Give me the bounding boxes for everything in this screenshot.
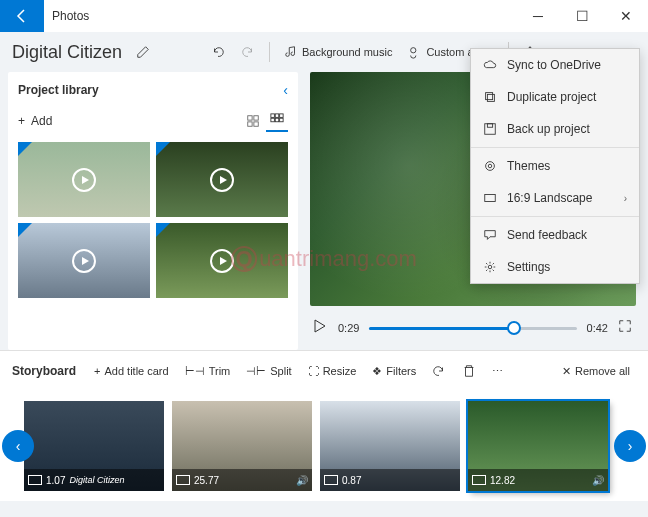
library-title: Project library xyxy=(18,83,99,97)
undo-button[interactable] xyxy=(205,41,231,63)
menu-duplicate[interactable]: Duplicate project xyxy=(471,81,639,113)
fullscreen-button[interactable] xyxy=(618,319,632,337)
filters-button[interactable]: ❖Filters xyxy=(366,361,422,382)
menu-separator xyxy=(471,147,639,148)
chevron-right-icon: › xyxy=(624,193,627,204)
storyboard-clip[interactable]: 0.87 xyxy=(320,401,460,491)
menu-aspect-ratio[interactable]: 16:9 Landscape› xyxy=(471,182,639,214)
library-item[interactable] xyxy=(18,142,150,217)
play-button[interactable] xyxy=(314,319,328,337)
menu-separator xyxy=(471,216,639,217)
svg-rect-8 xyxy=(271,118,275,122)
svg-rect-2 xyxy=(254,116,258,120)
library-item[interactable] xyxy=(156,142,288,217)
rotate-button[interactable] xyxy=(426,360,452,382)
plus-icon: + xyxy=(18,114,25,128)
music-icon xyxy=(284,45,298,59)
aspect-icon xyxy=(472,475,486,485)
trash-icon xyxy=(462,364,476,378)
storyboard-clip[interactable]: 1.07Digital Citizen xyxy=(24,401,164,491)
split-icon: ⊣⊢ xyxy=(246,365,266,378)
split-button[interactable]: ⊣⊢Split xyxy=(240,361,297,382)
svg-rect-9 xyxy=(275,118,279,122)
clip-label: Digital Citizen xyxy=(69,475,124,485)
svg-point-16 xyxy=(488,164,492,168)
copy-icon xyxy=(483,90,497,104)
svg-rect-4 xyxy=(254,122,258,126)
storyboard-section: Storyboard +Add title card ⊢⊣Trim ⊣⊢Spli… xyxy=(0,350,648,501)
project-library-panel: Project library ‹ + Add xyxy=(8,72,298,350)
prev-clips-button[interactable]: ‹ xyxy=(2,430,34,462)
menu-feedback[interactable]: Send feedback xyxy=(471,219,639,251)
app-title: Photos xyxy=(44,9,89,23)
remove-all-button[interactable]: ✕Remove all xyxy=(556,361,636,382)
svg-rect-13 xyxy=(485,124,496,135)
view-large-button[interactable] xyxy=(242,110,264,132)
gear-icon xyxy=(483,260,497,274)
edit-title-button[interactable] xyxy=(130,41,156,63)
seek-knob[interactable] xyxy=(507,321,521,335)
divider xyxy=(269,42,270,62)
current-time: 0:29 xyxy=(338,322,359,334)
resize-button[interactable]: ⛶Resize xyxy=(302,361,363,381)
svg-rect-7 xyxy=(280,114,284,118)
minimize-button[interactable]: ─ xyxy=(516,0,560,32)
svg-rect-14 xyxy=(487,124,492,128)
menu-backup[interactable]: Back up project xyxy=(471,113,639,145)
trim-button[interactable]: ⊢⊣Trim xyxy=(179,361,237,382)
svg-rect-17 xyxy=(485,195,496,202)
play-icon xyxy=(72,249,96,273)
playback-controls: 0:29 0:42 xyxy=(310,306,636,350)
storyboard-title: Storyboard xyxy=(12,364,76,378)
theme-icon xyxy=(483,159,497,173)
storyboard-clip[interactable]: 25.77🔊 xyxy=(172,401,312,491)
save-icon xyxy=(483,122,497,136)
rotate-icon xyxy=(432,364,446,378)
background-music-button[interactable]: Background music xyxy=(278,41,399,63)
project-title: Digital Citizen xyxy=(12,42,122,63)
aspect-icon xyxy=(324,475,338,485)
back-button[interactable] xyxy=(0,0,44,32)
titlebar: Photos ─ ☐ ✕ xyxy=(0,0,648,32)
maximize-button[interactable]: ☐ xyxy=(560,0,604,32)
filters-icon: ❖ xyxy=(372,365,382,378)
svg-point-15 xyxy=(486,162,495,171)
play-icon xyxy=(72,168,96,192)
redo-button[interactable] xyxy=(235,41,261,63)
aspect-icon xyxy=(176,475,190,485)
svg-rect-10 xyxy=(280,118,284,122)
next-clips-button[interactable]: › xyxy=(614,430,646,462)
svg-rect-5 xyxy=(271,114,275,118)
library-item[interactable] xyxy=(156,223,288,298)
close-icon: ✕ xyxy=(562,365,571,378)
svg-point-18 xyxy=(488,265,492,269)
seek-bar[interactable] xyxy=(369,327,576,330)
svg-rect-1 xyxy=(248,116,252,120)
aspect-icon xyxy=(28,475,42,485)
add-media-button[interactable]: + Add xyxy=(18,114,52,128)
svg-rect-12 xyxy=(487,94,494,101)
close-button[interactable]: ✕ xyxy=(604,0,648,32)
plus-icon: + xyxy=(94,365,100,377)
resize-icon: ⛶ xyxy=(308,365,319,377)
library-item[interactable] xyxy=(18,223,150,298)
menu-sync-onedrive[interactable]: Sync to OneDrive xyxy=(471,49,639,81)
sound-icon: 🔊 xyxy=(296,475,308,486)
sound-icon: 🔊 xyxy=(592,475,604,486)
storyboard-clip[interactable]: 12.82🔊 xyxy=(468,401,608,491)
cloud-icon xyxy=(483,58,497,72)
svg-rect-3 xyxy=(248,122,252,126)
svg-rect-6 xyxy=(275,114,279,118)
feedback-icon xyxy=(483,228,497,242)
svg-rect-11 xyxy=(486,93,493,100)
play-icon xyxy=(210,168,234,192)
trim-icon: ⊢⊣ xyxy=(185,365,205,378)
menu-themes[interactable]: Themes xyxy=(471,150,639,182)
delete-button[interactable] xyxy=(456,360,482,382)
collapse-button[interactable]: ‹ xyxy=(283,82,288,98)
view-small-button[interactable] xyxy=(266,110,288,132)
add-title-card-button[interactable]: +Add title card xyxy=(88,361,175,381)
more-button[interactable]: ⋯ xyxy=(486,361,509,382)
menu-settings[interactable]: Settings xyxy=(471,251,639,283)
svg-point-0 xyxy=(411,48,416,53)
